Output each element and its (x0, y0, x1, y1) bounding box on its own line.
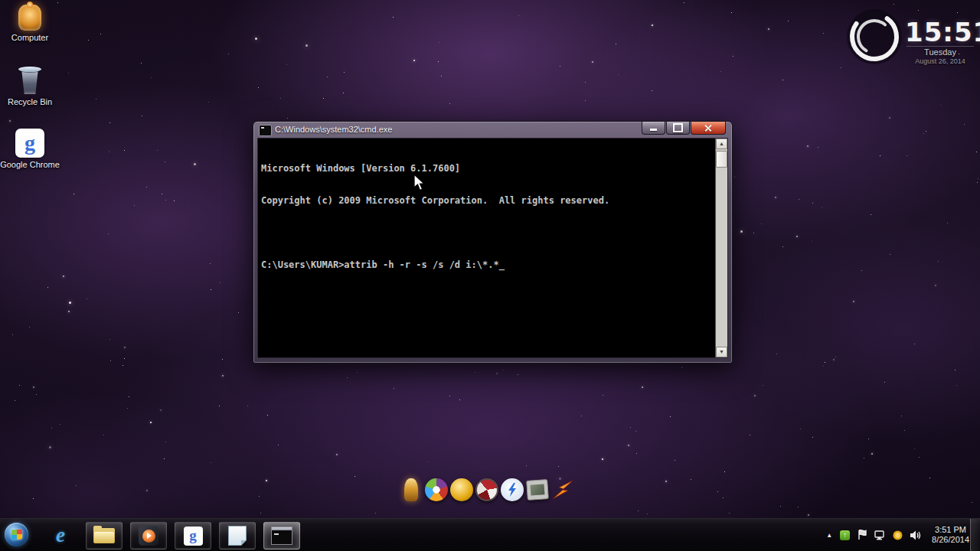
gold-app-tray-icon[interactable] (893, 530, 903, 540)
picasa-pinwheel-icon (425, 478, 448, 501)
dock (398, 474, 575, 505)
tray-clock[interactable]: 3:51 PM 8/26/2014 (932, 525, 969, 545)
system-tray: ▲ ↑ 3:51 PM 8/26/2014 (822, 519, 969, 551)
taskbar-item-notes[interactable] (219, 522, 256, 549)
cmd-titlebar[interactable]: C:\Windows\system32\cmd.exe (253, 122, 732, 138)
windows-flag-icon (11, 530, 22, 540)
dock-item-gold-statue[interactable] (398, 476, 423, 504)
blue-lightning-ball-icon (501, 478, 524, 501)
clock-day: Tuesday (905, 47, 975, 57)
dock-item-lightning-ball[interactable] (499, 476, 524, 504)
cmd-window-icon (259, 125, 272, 136)
clock-date: August 26, 2014 (905, 57, 975, 65)
minimize-icon (650, 129, 657, 131)
show-hidden-icons-button[interactable]: ▲ (826, 532, 832, 539)
clock-divider (906, 46, 974, 47)
maximize-icon (673, 123, 683, 132)
dock-item-photo-frame[interactable] (524, 476, 550, 504)
game-disc-icon (475, 478, 498, 501)
recycle-bin-icon (17, 66, 43, 95)
network-icon[interactable] (874, 530, 885, 540)
gold-coin-icon (450, 478, 473, 501)
scroll-up-button[interactable]: ▲ (716, 139, 727, 149)
windows-media-player-icon (139, 526, 158, 546)
taskbar-item-windows-explorer[interactable] (86, 522, 122, 549)
window-controls (641, 122, 726, 135)
clock-widget: 15:51 Tuesday August 26, 2014 (842, 3, 976, 68)
cmd-line: Copyright (c) 2009 Microsoft Corporation… (261, 195, 712, 206)
close-icon (704, 124, 712, 132)
notes-icon (228, 526, 247, 546)
clock-time: 15:51 (905, 17, 975, 47)
start-button[interactable] (5, 523, 28, 546)
windows-explorer-icon (93, 528, 115, 543)
cmd-window: C:\Windows\system32\cmd.exe Microsoft Wi… (253, 121, 733, 364)
taskbar-item-google-chrome[interactable]: g (175, 522, 211, 549)
google-chrome-icon: g (184, 527, 203, 546)
red-lightning-bolt-icon (551, 478, 574, 501)
photo-frame-icon (526, 479, 549, 500)
tray-date: 8/26/2014 (932, 535, 969, 545)
cmd-line (261, 227, 712, 238)
scroll-down-button[interactable]: ▼ (716, 347, 727, 357)
gold-statue-icon (404, 478, 418, 501)
desktop-icon-recycle-bin[interactable]: Recycle Bin (0, 66, 60, 107)
computer-icon (18, 5, 41, 31)
desktop-icon-label: Google Chrome (0, 160, 60, 170)
dock-item-gold-coin[interactable] (449, 476, 474, 504)
desktop-icon-google-chrome[interactable]: g Google Chrome (0, 129, 60, 170)
tray-time: 3:51 PM (932, 525, 969, 535)
chrome-icon: g (15, 129, 44, 158)
taskbar-item-internet-explorer[interactable]: e (43, 522, 78, 548)
desktop-icon-label: Computer (0, 33, 60, 43)
dock-item-picasa[interactable] (423, 476, 449, 504)
maximize-button[interactable] (666, 122, 690, 135)
taskbar-item-command-prompt[interactable] (263, 522, 300, 549)
cmd-line: Microsoft Windows [Version 6.1.7600] (261, 163, 712, 174)
scrollbar-thumb[interactable] (716, 151, 727, 168)
cmd-prompt-line: C:\Users\KUMAR>attrib -h -r -s /s /d i:\… (261, 259, 712, 270)
desktop-icon-label: Recycle Bin (0, 97, 60, 107)
dock-item-lightning-bolt[interactable] (550, 476, 575, 504)
cmd-console[interactable]: Microsoft Windows [Version 6.1.7600] Cop… (257, 138, 728, 358)
desktop-icon-computer[interactable]: Computer (0, 5, 60, 43)
vertical-scrollbar[interactable]: ▲ ▼ (715, 139, 727, 357)
taskbar-item-windows-media-player[interactable] (130, 522, 167, 549)
action-center-flag-icon[interactable] (858, 530, 867, 540)
clock-ring-icon (842, 3, 906, 67)
internet-explorer-icon: e (56, 525, 65, 546)
minimize-button[interactable] (642, 122, 665, 135)
close-button[interactable] (691, 122, 726, 135)
taskbar: e g ▲ ↑ 3:51 PM 8/26/2014 (0, 518, 980, 551)
show-desktop-button[interactable] (970, 519, 980, 551)
green-app-tray-icon[interactable]: ↑ (840, 530, 850, 540)
dock-item-game[interactable] (474, 476, 499, 504)
volume-icon[interactable] (910, 530, 922, 540)
cmd-output: Microsoft Windows [Version 6.1.7600] Cop… (261, 142, 712, 292)
cmd-window-title: C:\Windows\system32\cmd.exe (275, 125, 392, 134)
command-prompt-icon (271, 527, 292, 545)
